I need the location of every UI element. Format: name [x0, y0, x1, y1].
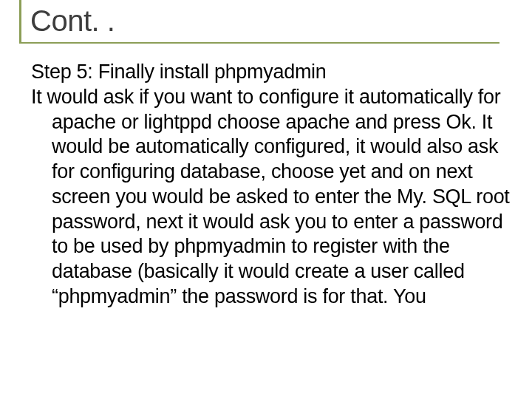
title-border: Cont. .: [19, 0, 499, 44]
slide-content: Cont. . Step 5: Finally install phpmyadm…: [0, 0, 532, 399]
slide-body: Step 5: Finally install phpmyadmin It wo…: [31, 60, 511, 310]
step-description: It would ask if you want to configure it…: [31, 85, 511, 310]
slide-title: Cont. .: [30, 4, 499, 38]
description-text: It would ask if you want to configure it…: [31, 85, 511, 310]
step-heading: Step 5: Finally install phpmyadmin: [31, 60, 511, 85]
